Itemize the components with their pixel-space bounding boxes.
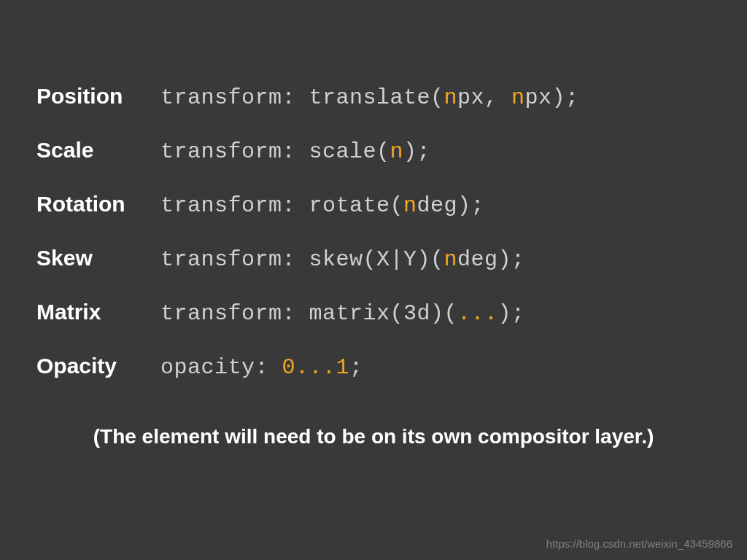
row-matrix: Matrix transform: matrix(3d)(...);: [36, 300, 711, 326]
row-opacity: Opacity opacity: 0...1;: [36, 354, 711, 380]
code-text: transform: translate(: [160, 85, 444, 110]
code-text: );: [403, 139, 430, 164]
code-text: transform: skew(X|Y)(: [160, 247, 444, 272]
code-matrix: transform: matrix(3d)(...);: [160, 301, 525, 326]
row-skew: Skew transform: skew(X|Y)(ndeg);: [36, 246, 711, 272]
label-matrix: Matrix: [36, 300, 160, 324]
watermark-url: https://blog.csdn.net/weixin_43459866: [546, 537, 732, 550]
label-scale: Scale: [36, 138, 160, 163]
code-text: opacity:: [160, 355, 282, 380]
label-opacity: Opacity: [36, 354, 160, 378]
code-opacity: opacity: 0...1;: [160, 355, 363, 380]
code-text: );: [498, 301, 525, 326]
code-text: px,: [457, 85, 511, 110]
code-highlight: n: [511, 85, 525, 110]
code-skew: transform: skew(X|Y)(ndeg);: [160, 247, 525, 272]
code-text: transform: rotate(: [160, 193, 403, 218]
slide-content: Position transform: translate(npx, npx);…: [0, 0, 747, 448]
row-position: Position transform: translate(npx, npx);: [36, 84, 711, 110]
code-highlight: 0...1: [282, 355, 350, 380]
code-text: deg);: [457, 247, 525, 272]
code-text: deg);: [417, 193, 485, 218]
code-text: transform: matrix(3d)(: [160, 301, 457, 326]
label-rotation: Rotation: [36, 192, 160, 217]
row-rotation: Rotation transform: rotate(ndeg);: [36, 192, 711, 218]
label-skew: Skew: [36, 246, 160, 271]
code-highlight: n: [390, 139, 404, 164]
code-text: ;: [349, 355, 363, 380]
code-highlight: n: [403, 193, 417, 218]
code-position: transform: translate(npx, npx);: [160, 85, 579, 110]
code-text: transform: scale(: [160, 139, 390, 164]
code-highlight: n: [444, 247, 458, 272]
code-scale: transform: scale(n);: [160, 139, 430, 164]
row-scale: Scale transform: scale(n);: [36, 138, 711, 164]
code-highlight: n: [444, 85, 458, 110]
label-position: Position: [36, 84, 160, 109]
code-text: px);: [525, 85, 579, 110]
code-rotation: transform: rotate(ndeg);: [160, 193, 484, 218]
code-highlight: ...: [457, 301, 498, 326]
footer-note: (The element will need to be on its own …: [36, 425, 711, 448]
